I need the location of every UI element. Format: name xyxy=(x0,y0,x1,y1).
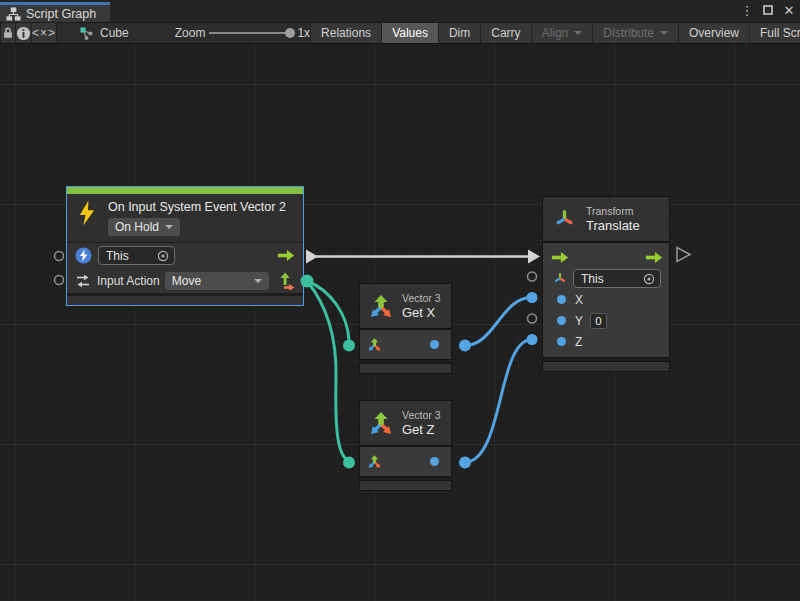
translate-z-row: Z xyxy=(543,331,669,352)
event-node-title: On Input System Event Vector 2 xyxy=(108,199,286,215)
y-value-field[interactable]: 0 xyxy=(590,313,607,329)
event-mode-dropdown[interactable]: On Hold xyxy=(108,218,180,236)
getx-header: Vector 3 Get X xyxy=(359,283,452,329)
graph-toolbar: <×> Cube Zoom 1x Relations Values Dim Ca… xyxy=(0,22,800,44)
script-graph-icon xyxy=(6,6,21,21)
getz-name: Get Z xyxy=(402,422,441,438)
zoom-handle[interactable] xyxy=(285,28,295,38)
lock-icon xyxy=(1,26,15,40)
event-target-field[interactable]: This xyxy=(98,246,175,265)
toolbar-button-fullscreen[interactable]: Full Screen xyxy=(750,23,800,43)
transform-port-icon[interactable] xyxy=(553,271,567,286)
float-output-port[interactable] xyxy=(430,457,439,466)
translate-y-row: Y 0 xyxy=(543,310,669,331)
y-input-port[interactable] xyxy=(557,316,566,325)
float-output-port[interactable] xyxy=(430,340,439,349)
event-accent-bar xyxy=(67,187,303,194)
chevron-down-icon xyxy=(165,225,173,229)
getz-footer xyxy=(359,480,452,491)
node-get-x[interactable]: Vector 3 Get X xyxy=(359,283,452,374)
object-picker-icon[interactable] xyxy=(643,273,655,285)
lightning-bolt-icon xyxy=(77,199,98,227)
flow-input-arrow-icon[interactable] xyxy=(551,251,569,264)
getx-name: Get X xyxy=(402,305,441,321)
flow-output-arrow-icon[interactable] xyxy=(645,251,663,264)
event-node-footer xyxy=(67,295,303,305)
y-port-label: Y xyxy=(575,314,583,328)
node-get-z[interactable]: Vector 3 Get Z xyxy=(359,400,452,491)
vector3-input-port[interactable] xyxy=(367,337,382,352)
getz-body xyxy=(359,446,452,477)
object-picker-icon[interactable] xyxy=(157,250,169,262)
getx-body xyxy=(359,329,452,360)
vector2-output-icon[interactable] xyxy=(279,272,295,290)
graph-reference-icon xyxy=(79,26,94,41)
close-button[interactable]: ✕ xyxy=(782,3,796,19)
x-input-port[interactable] xyxy=(557,295,566,304)
graph-reference[interactable]: Cube xyxy=(79,23,129,43)
vector3-input-port[interactable] xyxy=(367,454,382,469)
action-label: Input Action xyxy=(97,274,160,288)
translate-flow-row xyxy=(543,247,669,268)
zoom-label: Zoom xyxy=(175,26,206,40)
maximize-icon xyxy=(763,5,773,15)
transform-icon xyxy=(553,207,576,231)
chevron-down-icon xyxy=(254,279,262,283)
tab-bar: Script Graph ⋮ ✕ xyxy=(0,0,800,22)
vector3-icon xyxy=(368,410,394,436)
toolbar-button-overview[interactable]: Overview xyxy=(679,23,750,43)
input-action-icon xyxy=(75,273,91,289)
translate-x-row: X xyxy=(543,289,669,310)
vector3-icon xyxy=(368,293,394,319)
translate-header: Transform Translate xyxy=(542,196,670,242)
toolbar-button-relations[interactable]: Relations xyxy=(310,23,382,43)
code-icon: <×> xyxy=(32,26,56,40)
window-controls: ⋮ ✕ xyxy=(740,3,796,19)
getz-header: Vector 3 Get Z xyxy=(359,400,452,446)
z-input-port[interactable] xyxy=(557,337,566,346)
event-target-row: This xyxy=(67,243,303,268)
info-button[interactable] xyxy=(16,23,32,43)
toolbar-button-carry[interactable]: Carry xyxy=(481,23,531,43)
event-node-header: On Input System Event Vector 2 On Hold xyxy=(67,194,303,243)
translate-type-label: Transform xyxy=(586,205,640,218)
translate-target-row: This xyxy=(543,268,669,289)
graph-name: Cube xyxy=(100,26,129,40)
translate-footer xyxy=(542,361,670,372)
getx-type-label: Vector 3 xyxy=(402,292,441,305)
event-node-body: This Input xyxy=(67,243,303,293)
maximize-button[interactable] xyxy=(761,3,775,19)
x-port-label: X xyxy=(575,293,583,307)
window-menu-button[interactable]: ⋮ xyxy=(740,3,754,19)
translate-body: This X Y 0 Z xyxy=(542,242,670,358)
action-dropdown[interactable]: Move xyxy=(165,272,269,290)
translate-target-field[interactable]: This xyxy=(573,269,661,288)
input-system-icon xyxy=(75,247,92,264)
getx-footer xyxy=(359,363,452,374)
translate-name: Translate xyxy=(586,218,640,234)
toolbar-button-distribute[interactable]: Distribute xyxy=(593,23,679,43)
zoom-control: Zoom 1x xyxy=(175,23,310,43)
toolbar-button-dim[interactable]: Dim xyxy=(439,23,481,43)
flow-output-arrow-icon[interactable] xyxy=(277,249,295,262)
tab-script-graph[interactable]: Script Graph xyxy=(0,5,110,22)
event-action-row: Input Action Move xyxy=(67,268,303,293)
script-graph-window: Script Graph ⋮ ✕ xyxy=(0,0,800,601)
node-on-input-system-event[interactable]: On Input System Event Vector 2 On Hold T… xyxy=(66,186,304,306)
code-view-button[interactable]: <×> xyxy=(32,23,57,43)
z-port-label: Z xyxy=(575,335,582,349)
chevron-down-icon xyxy=(660,31,668,35)
zoom-slider[interactable] xyxy=(209,32,293,34)
tab-title: Script Graph xyxy=(26,7,96,21)
node-translate[interactable]: Transform Translate xyxy=(542,196,670,372)
zoom-value: 1x xyxy=(297,26,310,40)
getz-type-label: Vector 3 xyxy=(402,409,441,422)
toolbar-button-values[interactable]: Values xyxy=(382,23,439,43)
info-icon xyxy=(16,26,31,41)
lock-button[interactable] xyxy=(0,23,16,43)
chevron-down-icon xyxy=(574,31,582,35)
toolbar-button-align[interactable]: Align xyxy=(532,23,594,43)
